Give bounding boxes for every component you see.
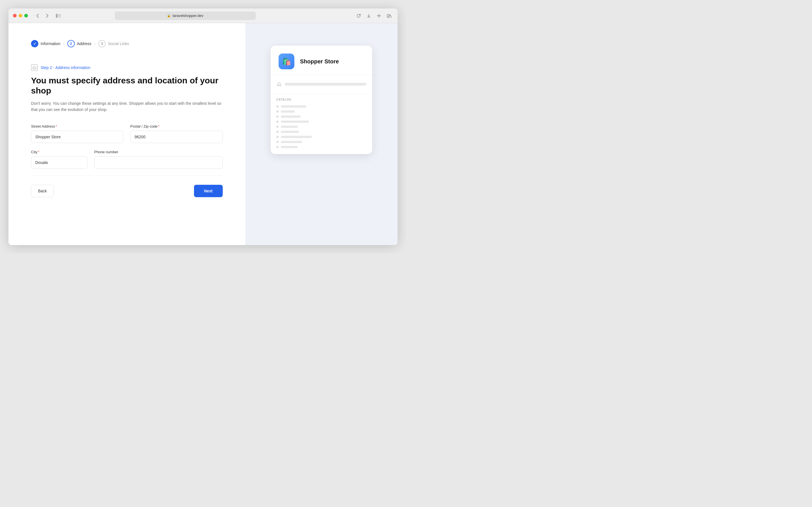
form-panel: ✓ Information › 2 Address › 3 Social Lin… (8, 23, 245, 245)
stepper: ✓ Information › 2 Address › 3 Social Lin… (31, 40, 223, 47)
step-label-information: Information (41, 41, 60, 46)
postal-zip-input[interactable] (130, 131, 223, 143)
new-tab-button[interactable] (375, 12, 383, 20)
catalog-item-1 (276, 104, 366, 109)
browser-controls (34, 12, 51, 20)
catalog-item-4 (276, 119, 366, 124)
catalog-dot-1 (276, 105, 278, 108)
back-button[interactable]: Back (31, 185, 54, 197)
browser-window: 🔒 laravelshopper.dev (8, 8, 398, 245)
catalog-item-3 (276, 114, 366, 119)
step-circle-information: ✓ (31, 40, 38, 47)
step-icon (31, 64, 38, 71)
catalog-dot-8 (276, 141, 278, 143)
phone-input[interactable] (94, 156, 223, 169)
form-title: You must specify address and location of… (31, 75, 223, 96)
catalog-bar-8 (281, 141, 302, 143)
catalog-bar-2 (281, 110, 295, 113)
city-input[interactable] (31, 156, 87, 169)
svg-rect-0 (56, 14, 57, 18)
step-subtitle: Step 2 - Address information (41, 65, 91, 70)
form-description: Don't worry. You can change these settin… (31, 100, 223, 113)
postal-zip-required: * (158, 124, 160, 128)
forward-nav-button[interactable] (43, 12, 51, 20)
step-item-address[interactable]: 2 Address (67, 40, 91, 47)
catalog-bar-5 (281, 126, 298, 128)
preview-nav-item (276, 80, 366, 89)
form-row-1: Street Address* Postal / Zip code* (31, 124, 223, 143)
street-address-label: Street Address* (31, 124, 123, 128)
step-circle-address: 2 (67, 40, 75, 47)
preview-home-icon (276, 81, 282, 87)
svg-rect-3 (58, 17, 61, 17)
refresh-button[interactable] (355, 12, 363, 20)
catalog-bar-1 (281, 105, 306, 108)
catalog-bar-6 (281, 131, 299, 133)
catalog-bar-4 (281, 121, 309, 123)
city-group: City* (31, 150, 87, 169)
step-separator-2: › (94, 41, 96, 46)
catalog-item-9 (276, 145, 366, 150)
address-bar[interactable]: 🔒 laravelshopper.dev (115, 11, 256, 20)
catalog-item-7 (276, 134, 366, 139)
city-label: City* (31, 150, 87, 154)
download-button[interactable] (365, 12, 373, 20)
preview-catalog: CATALOG (271, 94, 372, 154)
street-address-required: * (56, 124, 57, 128)
svg-rect-6 (34, 68, 35, 69)
svg-rect-1 (58, 14, 61, 15)
browser-content: ✓ Information › 2 Address › 3 Social Lin… (8, 23, 398, 245)
phone-group: Phone number (94, 150, 223, 169)
catalog-dot-4 (276, 121, 278, 123)
catalog-dot-5 (276, 126, 278, 128)
form-divider (31, 175, 223, 176)
catalog-item-6 (276, 129, 366, 134)
preview-panel: 🛍️ Shopper Store (245, 23, 398, 245)
catalog-dot-9 (276, 146, 278, 148)
catalog-dot-3 (276, 115, 278, 118)
preview-nav-bar (285, 83, 366, 86)
step-circle-social-links: 3 (98, 40, 106, 47)
browser-toolbar: 🔒 laravelshopper.dev (8, 8, 398, 23)
postal-zip-label: Postal / Zip code* (130, 124, 223, 128)
catalog-bar-3 (281, 115, 301, 118)
step-label-address: Address (77, 41, 91, 46)
catalog-item-5 (276, 124, 366, 129)
form-step-indicator: Step 2 - Address information (31, 64, 223, 71)
city-required: * (38, 150, 39, 154)
next-button[interactable]: Next (194, 185, 223, 197)
catalog-bar-9 (281, 146, 298, 148)
preview-logo: 🛍️ (278, 54, 294, 69)
step-item-information[interactable]: ✓ Information (31, 40, 60, 47)
catalog-item-2 (276, 109, 366, 114)
preview-store-name: Shopper Store (300, 58, 339, 65)
preview-header: 🛍️ Shopper Store (271, 46, 372, 75)
step-item-social-links[interactable]: 3 Social Links (98, 40, 129, 47)
phone-label: Phone number (94, 150, 223, 154)
tabs-button[interactable] (385, 12, 393, 20)
postal-zip-group: Postal / Zip code* (130, 124, 223, 143)
step-label-social-links: Social Links (108, 41, 129, 46)
preview-catalog-label: CATALOG (276, 98, 366, 101)
catalog-bar-7 (281, 136, 312, 138)
street-address-group: Street Address* (31, 124, 123, 143)
sidebar-toggle-button[interactable] (54, 12, 62, 20)
preview-nav (271, 75, 372, 94)
lock-icon: 🔒 (167, 14, 171, 17)
preview-card: 🛍️ Shopper Store (271, 46, 372, 154)
catalog-dot-6 (276, 131, 278, 133)
catalog-item-8 (276, 139, 366, 145)
close-button[interactable] (13, 14, 17, 17)
step-separator-1: › (63, 41, 64, 46)
street-address-input[interactable] (31, 131, 123, 143)
svg-rect-2 (58, 15, 61, 16)
form-row-2: City* Phone number (31, 150, 223, 169)
catalog-dot-7 (276, 136, 278, 138)
traffic-lights (13, 14, 28, 17)
url-text: laravelshopper.dev (172, 13, 203, 18)
minimize-button[interactable] (18, 14, 22, 17)
maximize-button[interactable] (24, 14, 28, 17)
back-nav-button[interactable] (34, 12, 42, 20)
svg-rect-5 (388, 15, 391, 18)
catalog-dot-2 (276, 110, 278, 113)
